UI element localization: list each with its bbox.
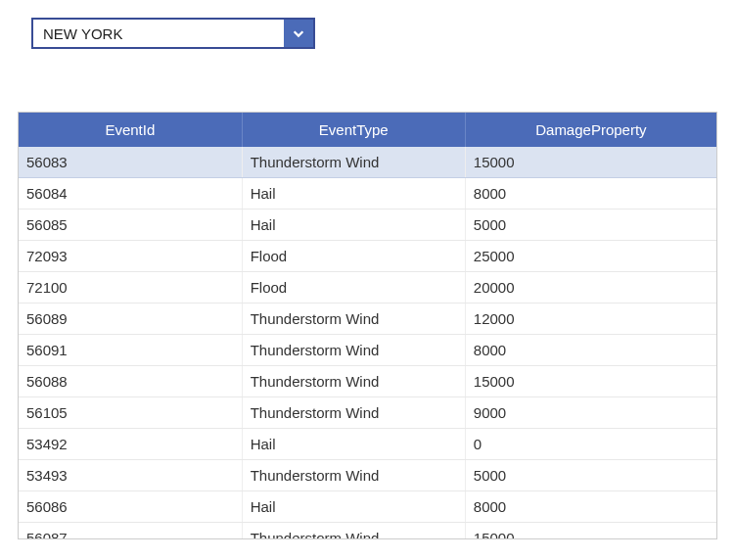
column-header-eventid[interactable]: EventId	[19, 113, 242, 147]
cell-eventtype: Thunderstorm Wind	[242, 335, 465, 366]
dropdown-selected-value: NEW YORK	[33, 20, 284, 47]
table-row[interactable]: 56105Thunderstorm Wind9000	[19, 397, 716, 429]
table-row[interactable]: 72093Flood25000	[19, 241, 716, 272]
cell-eventid: 56088	[19, 366, 242, 397]
cell-eventtype: Flood	[242, 241, 465, 272]
cell-eventid: 56085	[19, 210, 242, 241]
cell-eventid: 56105	[19, 397, 242, 429]
table-row[interactable]: 56091Thunderstorm Wind8000	[19, 335, 716, 366]
cell-eventtype: Hail	[242, 491, 465, 523]
table-row[interactable]: 53492Hail0	[19, 429, 716, 460]
cell-eventtype: Thunderstorm Wind	[242, 303, 465, 335]
cell-damage: 5000	[465, 210, 716, 241]
cell-damage: 8000	[465, 178, 716, 210]
cell-eventtype: Hail	[242, 178, 465, 210]
cell-damage: 8000	[465, 335, 716, 366]
cell-eventtype: Hail	[242, 429, 465, 460]
table-row[interactable]: 56087Thunderstorm Wind15000	[19, 523, 716, 540]
table-row[interactable]: 56085Hail5000	[19, 210, 716, 241]
cell-eventtype: Flood	[242, 272, 465, 303]
cell-eventid: 53493	[19, 460, 242, 491]
chevron-down-icon	[284, 20, 313, 47]
state-dropdown[interactable]: NEW YORK	[31, 18, 315, 49]
cell-damage: 20000	[465, 272, 716, 303]
cell-damage: 8000	[465, 491, 716, 523]
events-table: EventId EventType DamageProperty 56083Th…	[19, 113, 716, 539]
cell-eventid: 56089	[19, 303, 242, 335]
table-row[interactable]: 53493Thunderstorm Wind5000	[19, 460, 716, 491]
cell-damage: 25000	[465, 241, 716, 272]
cell-damage: 15000	[465, 366, 716, 397]
column-header-damage[interactable]: DamageProperty	[465, 113, 716, 147]
cell-damage: 0	[465, 429, 716, 460]
cell-eventtype: Thunderstorm Wind	[242, 460, 465, 491]
cell-eventid: 56084	[19, 178, 242, 210]
table-row[interactable]: 56088Thunderstorm Wind15000	[19, 366, 716, 397]
cell-eventtype: Thunderstorm Wind	[242, 523, 465, 540]
cell-eventtype: Thunderstorm Wind	[242, 366, 465, 397]
events-table-container: EventId EventType DamageProperty 56083Th…	[18, 112, 717, 539]
cell-damage: 9000	[465, 397, 716, 429]
cell-damage: 5000	[465, 460, 716, 491]
cell-eventtype: Hail	[242, 210, 465, 241]
cell-damage: 15000	[465, 147, 716, 178]
cell-eventid: 72093	[19, 241, 242, 272]
cell-eventid: 53492	[19, 429, 242, 460]
cell-eventid: 56091	[19, 335, 242, 366]
table-row[interactable]: 56086Hail8000	[19, 491, 716, 523]
cell-eventid: 56087	[19, 523, 242, 540]
cell-eventtype: Thunderstorm Wind	[242, 147, 465, 178]
table-row[interactable]: 56084Hail8000	[19, 178, 716, 210]
table-row[interactable]: 72100Flood20000	[19, 272, 716, 303]
cell-eventtype: Thunderstorm Wind	[242, 397, 465, 429]
cell-eventid: 72100	[19, 272, 242, 303]
cell-eventid: 56086	[19, 491, 242, 523]
table-row[interactable]: 56089Thunderstorm Wind12000	[19, 303, 716, 335]
cell-damage: 12000	[465, 303, 716, 335]
table-row[interactable]: 56083Thunderstorm Wind15000	[19, 147, 716, 178]
cell-damage: 15000	[465, 523, 716, 540]
cell-eventid: 56083	[19, 147, 242, 178]
column-header-eventtype[interactable]: EventType	[242, 113, 465, 147]
